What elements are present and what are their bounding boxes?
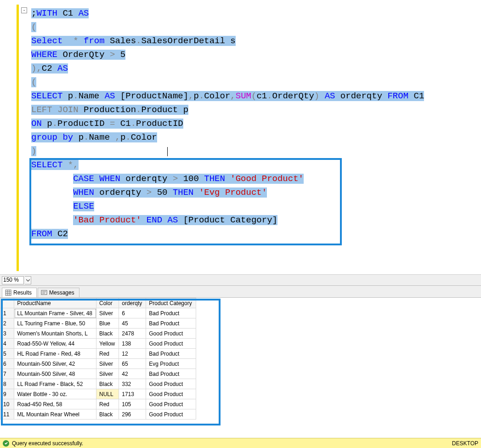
cell[interactable]: LL Mountain Frame - Silver, 48 [14, 308, 96, 318]
cell[interactable]: Yellow [96, 339, 119, 349]
table-row[interactable]: 5HL Road Frame - Red, 48Red12Bad Product [0, 349, 196, 359]
zoom-dropdown[interactable] [25, 276, 31, 284]
code-line: ) [31, 144, 477, 158]
code-line: ;WITH C1 AS [31, 6, 477, 20]
cell[interactable]: LL Touring Frame - Blue, 50 [14, 318, 96, 329]
row-number[interactable]: 2 [0, 318, 14, 329]
cell[interactable]: Mountain-500 Silver, 48 [14, 369, 96, 379]
results-pane[interactable]: ProductNameColororderqtyProduct Category… [0, 298, 481, 438]
table-row[interactable]: 2LL Touring Frame - Blue, 50Blue45Bad Pr… [0, 318, 196, 329]
row-number[interactable]: 3 [0, 329, 14, 339]
results-grid[interactable]: ProductNameColororderqtyProduct Category… [0, 298, 196, 420]
row-number[interactable]: 7 [0, 369, 14, 379]
svg-rect-5 [41, 290, 47, 295]
table-row[interactable]: 7Mountain-500 Silver, 48Silver42Bad Prod… [0, 369, 196, 379]
row-number[interactable]: 9 [0, 389, 14, 399]
cell[interactable]: Silver [96, 308, 119, 318]
cell[interactable]: Blue [96, 318, 119, 329]
zoom-level[interactable]: 150 % [2, 276, 24, 284]
row-number[interactable]: 10 [0, 399, 14, 409]
tab-results-label: Results [13, 289, 32, 296]
cell[interactable]: Bad Product [146, 349, 196, 359]
editor-gutter: - [0, 0, 29, 274]
cell[interactable]: LL Road Frame - Black, 52 [14, 379, 96, 389]
cell[interactable]: Black [96, 329, 119, 339]
table-row[interactable]: 10Road-450 Red, 58Red105Good Product [0, 399, 196, 409]
svg-rect-0 [6, 290, 11, 295]
cell[interactable]: 6 [119, 308, 146, 318]
cell[interactable]: 45 [119, 318, 146, 329]
cell[interactable]: Silver [96, 369, 119, 379]
code-line: Select * from Sales.SalesOrderDetail s [31, 34, 477, 48]
table-row[interactable]: 6Mountain-500 Silver, 42Silver65Evg Prod… [0, 359, 196, 369]
tab-messages-label: Messages [49, 289, 74, 296]
cell[interactable]: NULL [96, 389, 119, 399]
table-row[interactable]: 1LL Mountain Frame - Silver, 48Silver6Ba… [0, 308, 196, 318]
cell[interactable]: Water Bottle - 30 oz. [14, 389, 96, 399]
cell[interactable]: 296 [119, 409, 146, 420]
cell[interactable]: HL Road Frame - Red, 48 [14, 349, 96, 359]
cell[interactable]: Bad Product [146, 318, 196, 329]
cell[interactable]: Bad Product [146, 369, 196, 379]
cell[interactable]: Black [96, 409, 119, 420]
code-line: FROM C2 [31, 227, 477, 241]
cell[interactable]: 332 [119, 379, 146, 389]
cell[interactable]: 2478 [119, 329, 146, 339]
cell[interactable]: Mountain-500 Silver, 42 [14, 359, 96, 369]
messages-icon [41, 289, 47, 296]
table-row[interactable]: 11ML Mountain Rear WheelBlack296Good Pro… [0, 409, 196, 420]
cell[interactable]: Red [96, 349, 119, 359]
fold-toggle[interactable]: - [21, 7, 27, 13]
column-header[interactable]: ProductName [14, 298, 96, 308]
results-tabs: Results Messages [0, 286, 481, 298]
cell[interactable]: Good Product [146, 339, 196, 349]
cell[interactable]: Good Product [146, 389, 196, 399]
cell[interactable]: Evg Product [146, 359, 196, 369]
text-cursor [167, 147, 168, 156]
success-icon [3, 440, 9, 447]
cell[interactable]: Road-550-W Yellow, 44 [14, 339, 96, 349]
status-bar: Query executed successfully. DESKTOP [0, 438, 481, 448]
row-number[interactable]: 1 [0, 308, 14, 318]
cell[interactable]: 138 [119, 339, 146, 349]
code-area[interactable]: ;WITH C1 AS(Select * from Sales.SalesOrd… [29, 0, 481, 274]
cell[interactable]: Road-450 Red, 58 [14, 399, 96, 409]
cell[interactable]: Women's Mountain Shorts, L [14, 329, 96, 339]
cell[interactable]: Good Product [146, 379, 196, 389]
cell[interactable]: Silver [96, 359, 119, 369]
cell[interactable]: Good Product [146, 329, 196, 339]
sql-editor[interactable]: - ;WITH C1 AS(Select * from Sales.SalesO… [0, 0, 481, 275]
table-row[interactable]: 3Women's Mountain Shorts, LBlack2478Good… [0, 329, 196, 339]
code-line: group by p.Name ,p.Color [31, 130, 477, 144]
tab-messages[interactable]: Messages [38, 288, 79, 297]
row-number[interactable]: 6 [0, 359, 14, 369]
cell[interactable]: ML Mountain Rear Wheel [14, 409, 96, 420]
table-row[interactable]: 8LL Road Frame - Black, 52Black332Good P… [0, 379, 196, 389]
tab-results[interactable]: Results [2, 288, 37, 297]
column-header[interactable]: Product Category [146, 298, 196, 308]
row-number[interactable]: 5 [0, 349, 14, 359]
code-line: SELECT *, [31, 158, 477, 172]
cell[interactable]: 42 [119, 369, 146, 379]
row-number[interactable]: 4 [0, 339, 14, 349]
cell[interactable]: 65 [119, 359, 146, 369]
column-header[interactable]: orderqty [119, 298, 146, 308]
cell[interactable]: Good Product [146, 399, 196, 409]
code-line: CASE WHEN orderqty > 100 THEN 'Good Prod… [31, 172, 477, 186]
cell[interactable]: Red [96, 399, 119, 409]
table-row[interactable]: 4Road-550-W Yellow, 44Yellow138Good Prod… [0, 339, 196, 349]
cell[interactable]: Black [96, 379, 119, 389]
table-row[interactable]: 9Water Bottle - 30 oz.NULL1713Good Produ… [0, 389, 196, 399]
cell[interactable]: Bad Product [146, 308, 196, 318]
change-indicator [17, 5, 19, 271]
cell[interactable]: 105 [119, 399, 146, 409]
grid-corner[interactable] [0, 298, 14, 308]
column-header[interactable]: Color [96, 298, 119, 308]
status-server: DESKTOP [452, 440, 478, 447]
code-line: ),C2 AS [31, 62, 477, 75]
cell[interactable]: Good Product [146, 409, 196, 420]
cell[interactable]: 1713 [119, 389, 146, 399]
cell[interactable]: 12 [119, 349, 146, 359]
row-number[interactable]: 8 [0, 379, 14, 389]
row-number[interactable]: 11 [0, 409, 14, 420]
